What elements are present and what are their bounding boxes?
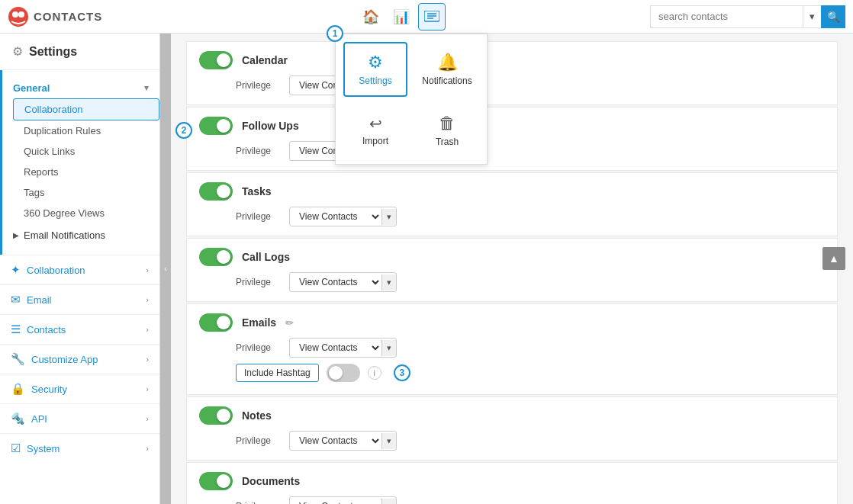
search-input[interactable] xyxy=(650,5,803,28)
sidebar-general-header[interactable]: General ▾ xyxy=(2,78,159,98)
svg-point-1 xyxy=(12,11,18,18)
sidebar-nav-system[interactable]: ☑ System › xyxy=(0,433,159,463)
sidebar-item-quick-links[interactable]: Quick Links xyxy=(13,141,159,162)
emails-edit-icon[interactable]: ✏ xyxy=(285,317,294,329)
sidebar-title: Settings xyxy=(29,45,77,59)
contacts-nav-label: Contacts xyxy=(27,324,66,335)
customize-nav-label: Customize App xyxy=(31,354,98,365)
email-nav-label: Email xyxy=(27,294,52,306)
search-button[interactable]: 🔍 xyxy=(821,5,845,28)
sidebar-nav-customize[interactable]: 🔧 Customize App › xyxy=(0,344,159,374)
call-logs-toggle[interactable] xyxy=(199,248,233,266)
setting-row-emails: Emails ✏ Privilege View Contacts Edit Co… xyxy=(186,303,838,395)
tasks-label: Tasks xyxy=(242,185,272,197)
chevron-right-icon-5: › xyxy=(146,384,149,393)
sidebar-item-360-views[interactable]: 360 Degree Views xyxy=(13,203,159,223)
emails-privilege-select[interactable]: View Contacts Edit Contacts None xyxy=(290,339,381,357)
tasks-toggle[interactable] xyxy=(199,182,233,201)
follow-ups-privilege-text: Privilege xyxy=(236,146,282,156)
documents-toggle[interactable] xyxy=(199,472,233,490)
chevron-right-icon: › xyxy=(146,265,149,274)
emails-privilege-text: Privilege xyxy=(236,342,282,353)
notes-privilege-select[interactable]: View Contacts Edit Contacts None xyxy=(290,432,381,450)
setting-row-follow-ups: Follow Ups Privilege View Contacts Edit … xyxy=(186,107,838,171)
popup-trash-item[interactable]: 🗑 Trash xyxy=(415,104,479,156)
email-icon: ✉ xyxy=(11,293,21,307)
scroll-top-button[interactable]: ▲ xyxy=(822,247,845,270)
info-icon[interactable]: i xyxy=(368,366,381,380)
chat-nav-btn[interactable] xyxy=(418,3,446,30)
notifications-popup-label: Notifications xyxy=(422,75,472,86)
sidebar-email-notifications[interactable]: ▶ Email Notifications xyxy=(2,223,159,247)
chart-nav-btn[interactable]: 📊 xyxy=(388,3,415,30)
trash-popup-icon: 🗑 xyxy=(439,114,455,133)
security-icon: 🔒 xyxy=(11,382,25,396)
settings-dropdown-popup: 1 ⚙ Settings 🔔 Notifications ↩ Import 🗑 … xyxy=(335,34,488,165)
trash-popup-label: Trash xyxy=(436,136,459,147)
collaboration-nav-label: Collaboration xyxy=(27,265,85,276)
chevron-right-icon-7: › xyxy=(146,444,149,453)
include-hashtag-label: Include Hashtag xyxy=(236,364,319,382)
import-popup-label: Import xyxy=(362,136,388,146)
popup-import-item[interactable]: ↩ Import xyxy=(343,104,407,156)
collapse-icon: ‹ xyxy=(164,265,166,273)
tasks-privilege-select[interactable]: View Contacts Edit Contacts None xyxy=(290,207,381,226)
popup-notifications-item[interactable]: 🔔 Notifications xyxy=(415,42,479,97)
settings-popup-label: Settings xyxy=(359,75,391,86)
sidebar-content: General ▾ Collaboration Duplication Rule… xyxy=(0,70,159,504)
chevron-right-icon-2: › xyxy=(146,295,149,304)
sidebar-nav-items: ✦ Collaboration › ✉ Email › ☰ Contacts xyxy=(0,255,159,463)
select-arrow-icon-7: ▾ xyxy=(381,499,396,505)
search-dropdown-btn[interactable]: ▾ xyxy=(803,5,821,28)
logo-icon xyxy=(8,6,29,27)
sidebar-nav-security[interactable]: 🔒 Security › xyxy=(0,374,159,403)
documents-label: Documents xyxy=(242,475,300,487)
notes-toggle[interactable] xyxy=(199,406,233,425)
emails-label: Emails xyxy=(242,316,276,329)
sidebar-general-label: General xyxy=(13,82,50,94)
tasks-sub: Privilege View Contacts Edit Contacts No… xyxy=(199,207,825,226)
call-logs-privilege-select[interactable]: View Contacts Edit Contacts None xyxy=(290,273,381,291)
call-logs-privilege-select-wrapper: View Contacts Edit Contacts None ▾ xyxy=(289,272,397,292)
sidebar-nav-api[interactable]: 🔩 API › xyxy=(0,403,159,433)
app-header: CONTACTS 🏠 📊 1 ⚙ Settings 🔔 Notification… xyxy=(0,0,853,34)
expand-icon: ▶ xyxy=(13,231,19,239)
sidebar-collapse-toggle[interactable]: ‹ xyxy=(160,34,171,504)
sidebar-item-reports[interactable]: Reports xyxy=(13,162,159,182)
select-arrow-icon-5: ▾ xyxy=(381,340,396,356)
sidebar-item-tags[interactable]: Tags xyxy=(13,182,159,203)
select-arrow-icon-3: ▾ xyxy=(381,209,396,225)
api-icon: 🔩 xyxy=(11,412,25,425)
sidebar-nav-contacts[interactable]: ☰ Contacts › xyxy=(0,314,159,344)
notes-label: Notes xyxy=(242,409,272,422)
sidebar-item-duplication-rules[interactable]: Duplication Rules xyxy=(13,120,159,141)
emails-toggle[interactable] xyxy=(199,313,233,332)
sidebar-nav-email[interactable]: ✉ Email › xyxy=(0,284,159,314)
calendar-toggle[interactable] xyxy=(199,51,233,69)
documents-privilege-select-wrapper: View Contacts Edit Contacts None ▾ xyxy=(289,496,397,504)
notes-privilege-select-wrapper: View Contacts Edit Contacts None ▾ xyxy=(289,431,397,451)
annotation-2: 2 xyxy=(175,122,192,139)
select-arrow-icon-4: ▾ xyxy=(381,274,396,291)
popup-settings-item[interactable]: ⚙ Settings xyxy=(343,42,407,97)
hashtag-toggle[interactable] xyxy=(327,364,360,382)
follow-ups-label: Follow Ups xyxy=(242,120,299,132)
logo-area: CONTACTS xyxy=(8,6,160,27)
call-logs-sub: Privilege View Contacts Edit Contacts No… xyxy=(199,272,825,292)
follow-ups-sub: Privilege View Contacts Edit Contacts No… xyxy=(199,141,825,161)
documents-privilege-select[interactable]: View Contacts Edit Contacts None xyxy=(290,497,381,504)
calendar-sub: Privilege View Contacts Edit Contacts No… xyxy=(199,75,825,95)
notes-privilege-text: Privilege xyxy=(236,435,282,446)
chevron-right-icon-3: › xyxy=(146,325,149,334)
notifications-popup-icon: 🔔 xyxy=(437,53,458,72)
setting-row-calendar: Calendar Privilege View Contacts Edit Co… xyxy=(186,41,838,105)
chevron-right-icon-6: › xyxy=(146,414,149,423)
email-notifications-label: Email Notifications xyxy=(24,230,105,241)
chevron-right-icon-4: › xyxy=(146,355,149,364)
setting-row-tasks: Tasks Privilege View Contacts Edit Conta… xyxy=(186,172,838,236)
home-nav-btn[interactable]: 🏠 xyxy=(357,3,385,30)
sidebar-item-collaboration[interactable]: Collaboration xyxy=(13,98,159,120)
follow-ups-toggle[interactable] xyxy=(199,117,233,135)
sidebar-nav-collaboration[interactable]: ✦ Collaboration › xyxy=(0,255,159,284)
call-logs-label: Call Logs xyxy=(242,251,290,263)
